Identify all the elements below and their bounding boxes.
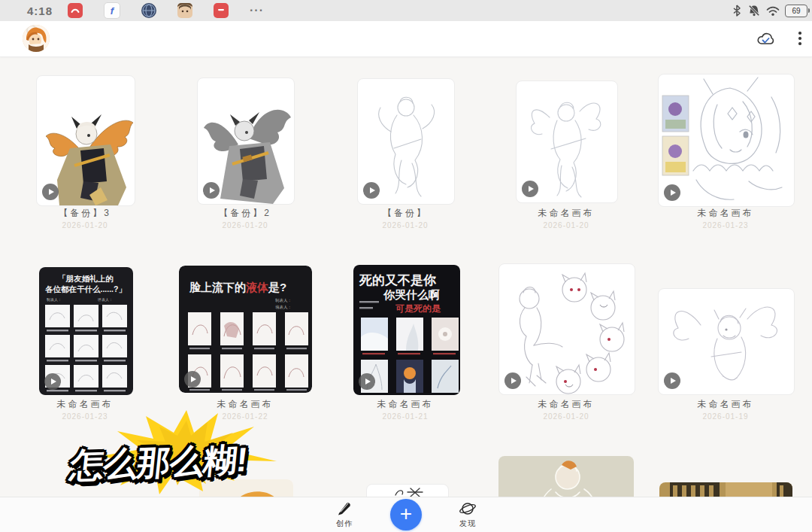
canvas-date: 2026-01-20 (17, 221, 153, 230)
meme-line2: 你哭什么啊 (383, 288, 440, 301)
battery-indicator: 69 (785, 5, 807, 17)
nav-create[interactable]: 创作 (322, 500, 367, 529)
canvas-title: 未命名画布 (498, 208, 634, 219)
app-header (0, 21, 812, 57)
canvas-date: 2026-01-20 (498, 412, 634, 421)
canvas-caption: 未命名画布 2026-01-20 (498, 208, 634, 230)
nav-discover-label: 发现 (459, 518, 476, 529)
plus-icon: + (400, 503, 412, 524)
status-bar: 4:18 f ··· (0, 0, 812, 21)
canvas-card-unnamed-1[interactable] (516, 81, 618, 203)
canvas-title: 未命名画布 (177, 399, 313, 410)
canvas-caption: 【备份】3 2026-01-20 (17, 208, 153, 230)
canvas-date: 2026-01-23 (658, 221, 793, 230)
play-badge[interactable] (184, 371, 201, 388)
canvas-date: 2026-01-20 (498, 221, 634, 230)
canvas-caption: 未命名画布 2026-01-23 (17, 399, 153, 421)
canvas-title: 未命名画布 (498, 399, 634, 410)
canvas-date: 2026-01-23 (17, 412, 153, 421)
play-badge[interactable] (664, 184, 680, 201)
canvas-title: 未命名画布 (658, 208, 793, 219)
meme-maker-label: 制表人： (275, 298, 292, 302)
cloud-sync-button[interactable] (756, 29, 777, 47)
mute-bell-icon (747, 4, 761, 17)
canvas-title: 未命名画布 (658, 399, 793, 410)
meme-title-post: 是? (268, 281, 286, 293)
meme-line3: 可是死的是 (395, 303, 441, 314)
notification-icons: f ··· (68, 2, 264, 19)
meme-title-pre: 脸上流下的 (189, 281, 246, 293)
play-badge[interactable] (359, 373, 375, 390)
canvas-caption: 未命名画布 2026-01-20 (498, 399, 634, 421)
canvas-caption: 未命名画布 2026-01-23 (658, 208, 793, 230)
canvas-card-unnamed-2[interactable] (658, 74, 795, 207)
play-badge[interactable] (664, 372, 680, 389)
meme-title-line2: 各位都在干什么......?」 (44, 284, 126, 293)
planet-icon (459, 500, 477, 517)
more-notifications-icon: ··· (250, 4, 264, 17)
canvas-card-cat-circle[interactable] (498, 263, 635, 395)
profile-avatar[interactable] (23, 25, 50, 52)
canvas-date: 2026-01-22 (177, 412, 313, 421)
battery-percent: 69 (792, 7, 800, 15)
canvas-card-winged-sketch[interactable] (658, 288, 795, 395)
artwork-closeup-lineart (659, 74, 794, 206)
canvas-caption: 未命名画布 2026-01-21 (338, 399, 473, 421)
canvas-date: 2026-01-21 (338, 412, 473, 421)
status-indicators: 69 (731, 0, 807, 21)
wifi-icon (765, 4, 780, 17)
f-app-icon: f (104, 2, 120, 19)
app-screen: 4:18 f ··· (0, 0, 812, 532)
meme-title-red: 液体 (246, 281, 269, 293)
play-badge[interactable] (363, 182, 380, 199)
play-badge[interactable] (522, 181, 538, 197)
canvas-date: 2026-01-19 (658, 412, 793, 421)
music-app-icon (68, 3, 83, 18)
canvas-card-backup1[interactable] (357, 78, 455, 205)
canvas-caption: 【备份】2 2026-01-20 (177, 208, 313, 230)
canvas-caption: 未命名画布 2026-01-22 (177, 399, 313, 421)
bottom-nav: 创作 + 发现 (0, 497, 812, 532)
avatar-app-icon (177, 3, 192, 18)
play-badge[interactable] (203, 182, 220, 199)
pen-icon (336, 500, 353, 517)
canvas-caption: 【备份】 2026-01-20 (338, 208, 473, 230)
bluetooth-icon (731, 4, 743, 17)
nav-create-label: 创作 (336, 518, 353, 529)
globe-app-icon (141, 3, 156, 18)
canvas-card-dead-meme[interactable]: 死的又不是你 你哭什么啊 可是死的是 (353, 265, 460, 395)
canvas-caption: 未命名画布 2026-01-19 (658, 399, 793, 421)
canvas-title: 【备份】2 (177, 208, 313, 219)
meme-title-line1: 「朋友婚礼上的 (58, 274, 114, 283)
play-badge[interactable] (42, 184, 59, 200)
canvas-title: 未命名画布 (338, 399, 473, 410)
meme-maker-label: 制表人： (47, 297, 62, 302)
canvas-card-liquid-meme[interactable]: 脸上流下的液体是? 制表人： 填表人： (179, 266, 312, 393)
svg-text:脸上流下的液体是?: 脸上流下的液体是? (189, 281, 286, 293)
canvas-card-wedding-meme[interactable]: 「朋友婚礼上的 各位都在干什么......?」 制表人： 填表人： (39, 267, 133, 395)
mail-app-icon (214, 3, 229, 18)
canvas-title: 【备份】3 (17, 208, 153, 219)
meme-line1: 死的又不是你 (359, 273, 437, 287)
canvas-date: 2026-01-20 (338, 221, 473, 230)
canvas-title: 未命名画布 (17, 399, 153, 410)
play-badge[interactable] (44, 373, 61, 390)
canvas-date: 2026-01-20 (177, 221, 313, 230)
meme-filler-label: 填表人： (275, 305, 292, 309)
overflow-menu-button[interactable] (795, 29, 805, 47)
play-badge[interactable] (504, 372, 521, 389)
meme-filler-label: 填表人： (97, 297, 113, 302)
canvas-card-backup2[interactable] (197, 78, 295, 205)
clock: 4:18 (27, 5, 53, 17)
nav-discover[interactable]: 发现 (445, 500, 490, 529)
canvas-card-backup3[interactable] (36, 75, 135, 206)
canvas-title: 【备份】 (338, 208, 473, 219)
artwork-cat-circle-lineart (499, 264, 635, 394)
new-canvas-button[interactable]: + (390, 499, 422, 530)
